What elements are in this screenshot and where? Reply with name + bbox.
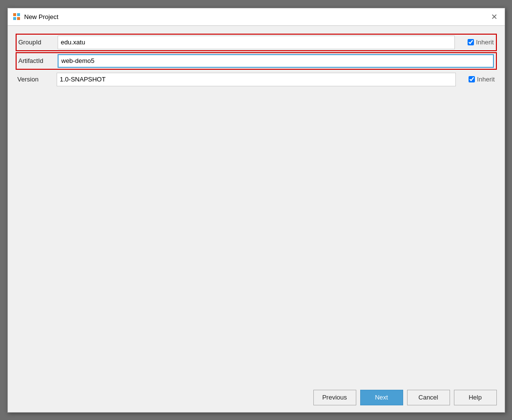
version-input[interactable] (57, 73, 456, 86)
version-label: Version (18, 74, 57, 85)
artifactid-input-container (58, 54, 494, 68)
new-project-dialog: New Project ✕ GroupId Inherit ArtifactId (7, 8, 505, 413)
version-inherit-checkbox[interactable] (469, 76, 475, 82)
version-row: Version Inherit (16, 72, 497, 87)
title-bar-left: New Project (13, 13, 59, 20)
svg-rect-1 (17, 13, 20, 16)
help-button[interactable]: Help (454, 390, 497, 405)
next-button[interactable]: Next (360, 390, 403, 405)
version-input-wrapper (57, 73, 456, 86)
svg-rect-0 (13, 13, 16, 16)
spacer (16, 88, 497, 379)
groupid-input[interactable] (58, 36, 455, 49)
groupid-inherit-checkbox[interactable] (468, 39, 474, 45)
window-title: New Project (24, 13, 59, 20)
button-bar: Previous Next Cancel Help (8, 385, 505, 412)
artifactid-row: ArtifactId (16, 52, 497, 70)
previous-button[interactable]: Previous (313, 390, 356, 405)
version-inherit-area: Inherit (456, 76, 495, 83)
groupid-row: GroupId Inherit (16, 34, 497, 51)
title-bar: New Project ✕ (8, 8, 505, 26)
groupid-inherit-label: Inherit (476, 39, 493, 46)
groupid-label: GroupId (19, 37, 58, 48)
artifactid-input[interactable] (58, 54, 494, 68)
groupid-input-container (58, 36, 455, 49)
form-section: GroupId Inherit ArtifactId Version (16, 34, 497, 88)
svg-rect-3 (17, 17, 20, 20)
close-button[interactable]: ✕ (489, 11, 500, 22)
cancel-button[interactable]: Cancel (407, 390, 450, 405)
svg-rect-2 (13, 17, 16, 20)
artifactid-label: ArtifactId (19, 55, 58, 66)
groupid-inherit-area: Inherit (455, 39, 494, 46)
app-icon (13, 13, 20, 20)
content-area: GroupId Inherit ArtifactId Version (8, 26, 505, 385)
version-inherit-label: Inherit (477, 76, 494, 83)
